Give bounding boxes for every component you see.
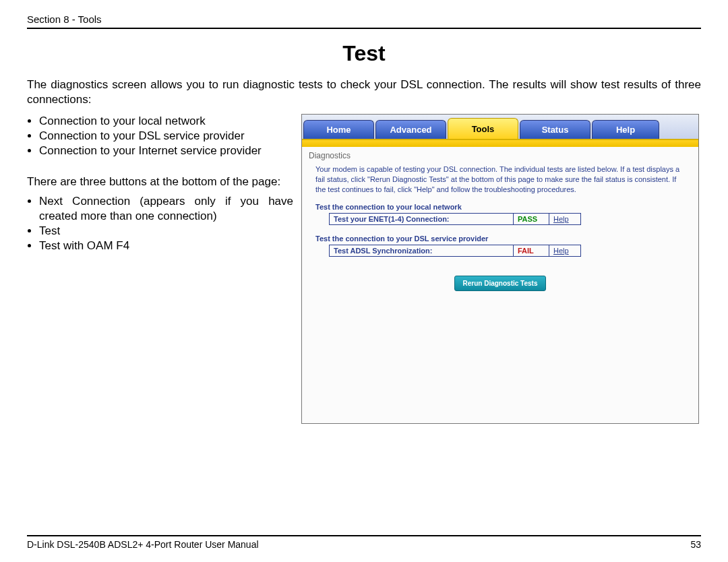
tab-status[interactable]: Status [520, 120, 590, 139]
table-row: Test ADSL Synchronization: FAIL Help [330, 245, 581, 256]
left-column: Connection to your local network Connect… [27, 114, 293, 253]
table-row: Test your ENET(1-4) Connection: PASS Hel… [330, 213, 581, 224]
rerun-diagnostics-button[interactable]: Rerun Diagnostic Tests [454, 276, 547, 291]
test-label: Test your ENET(1-4) Connection: [330, 213, 514, 224]
footer-page-number: 53 [690, 539, 701, 550]
page-footer: D-Link DSL-2540B ADSL2+ 4-Port Router Us… [27, 535, 701, 550]
list-item: Next Connection (appears only if you hav… [39, 194, 293, 224]
test-section-heading-local: Test the connection to your local networ… [315, 203, 692, 211]
help-link[interactable]: Help [553, 247, 569, 255]
test-table-dsl: Test ADSL Synchronization: FAIL Help [329, 245, 581, 257]
tab-home[interactable]: Home [303, 120, 374, 139]
test-status-fail: FAIL [514, 245, 549, 256]
panel-description: Your modem is capable of testing your DS… [309, 164, 692, 195]
list-item: Test with OAM F4 [39, 239, 293, 253]
page-title: Test [27, 41, 701, 66]
bullet-list-1: Connection to your local network Connect… [39, 114, 293, 158]
list-item: Connection to your Internet service prov… [39, 144, 293, 158]
footer-rule [27, 535, 701, 536]
list-item: Test [39, 224, 293, 239]
intro-paragraph: The diagnostics screen allows you to run… [27, 77, 701, 107]
tab-advanced[interactable]: Advanced [375, 120, 446, 139]
section-header: Section 8 - Tools [27, 13, 701, 25]
test-help-cell: Help [549, 245, 581, 256]
help-link[interactable]: Help [553, 215, 569, 223]
test-section-heading-dsl: Test the connection to your DSL service … [315, 235, 692, 243]
test-help-cell: Help [549, 213, 581, 224]
bullet-list-2: Next Connection (appears only if you hav… [39, 194, 293, 253]
test-status-pass: PASS [514, 213, 549, 224]
router-ui-screenshot: Home Advanced Tools Status Help Diagnost… [301, 114, 699, 424]
tab-underline [302, 140, 698, 147]
tab-tools[interactable]: Tools [448, 118, 518, 139]
tab-help[interactable]: Help [592, 120, 659, 139]
list-item: Connection to your local network [39, 114, 293, 129]
test-label: Test ADSL Synchronization: [330, 245, 514, 256]
footer-manual-title: D-Link DSL-2540B ADSL2+ 4-Port Router Us… [27, 539, 259, 550]
list-item: Connection to your DSL service provider [39, 129, 293, 144]
top-rule [27, 28, 701, 29]
mid-paragraph: There are three buttons at the bottom of… [27, 175, 293, 189]
tab-bar: Home Advanced Tools Status Help [302, 115, 698, 140]
test-table-local: Test your ENET(1-4) Connection: PASS Hel… [329, 213, 581, 225]
panel-title: Diagnostics [309, 151, 692, 160]
diagnostics-panel: Diagnostics Your modem is capable of tes… [302, 147, 698, 423]
